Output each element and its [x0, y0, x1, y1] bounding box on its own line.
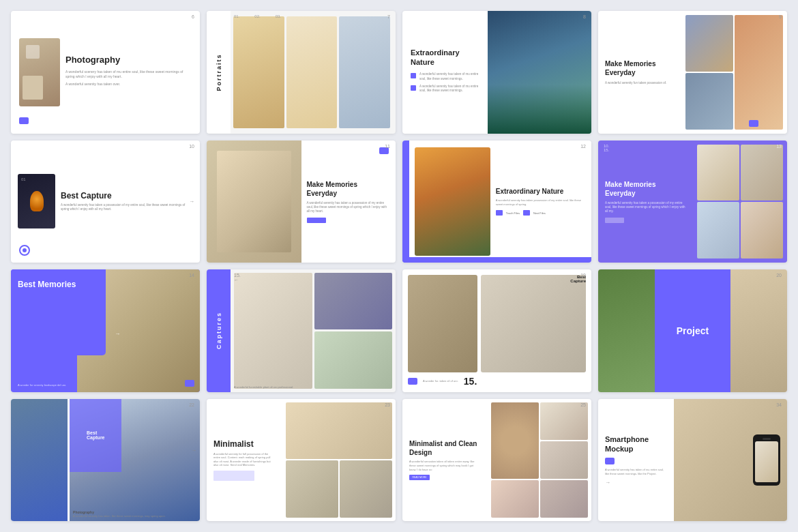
collage-item-3: [685, 73, 734, 130]
slide-number-large: 15.: [464, 376, 477, 387]
col-num-1: 01.: [234, 14, 239, 18]
image-left: [598, 269, 655, 392]
slide-image: [19, 38, 60, 106]
slide-title: Project: [677, 325, 709, 336]
slide-best-memories: 14 Best Memories A wonder for serenity l…: [11, 269, 200, 392]
top-row: [408, 275, 586, 372]
photos-grid: [231, 11, 396, 134]
slide-body: A wonderful serenity has taken a possess…: [61, 203, 193, 212]
slide-best-capture-landscape: 22 BestCapture Photography A wonderful s…: [11, 399, 200, 522]
text-row-1: A wonderful serenity has taken of mu ent…: [411, 72, 482, 81]
slide-title: Best Memories: [18, 280, 76, 289]
slide-number: 34: [776, 402, 782, 407]
photo-2: [540, 402, 588, 440]
text-row-body: A wonderful serenity has taken of mu ent…: [419, 72, 482, 81]
collage-item-1: [685, 15, 734, 72]
slide-text-area: Make Memories Everyday A wonderful seren…: [598, 11, 683, 134]
slide-label: Captures: [216, 312, 222, 349]
overlay-title: BestCapture: [87, 430, 104, 440]
slide-body: A wonderful serenity has taken possessio…: [496, 198, 586, 206]
body-text: A wonderful serenity has taken. like the…: [73, 514, 166, 518]
slide-number: 20: [776, 273, 782, 278]
search-icon: [496, 210, 503, 216]
slide-number: 13: [776, 144, 782, 149]
image-2: BestCapture Photography A wonderful sere…: [70, 399, 200, 522]
overlay-area: BestCapture: [70, 399, 121, 473]
col-num-2: 02.: [254, 14, 260, 18]
desc-area: A wonder for. taken oil of uro.: [423, 379, 458, 383]
camera-icon: [749, 120, 758, 127]
slide-body: A wonderful scenery has taken of mu enti…: [65, 70, 192, 79]
slide-title: Minimalist and Clean Design: [409, 439, 481, 457]
slide-title: Photography: [65, 55, 192, 65]
camera-icon: [408, 378, 417, 385]
slide-minimalist-clean: 25 Minimalist and Clean Design A wonderf…: [402, 399, 591, 522]
read-more-button[interactable]: [605, 218, 624, 223]
slide-make-memories-3: 13 10.15. Make Memories Everyday A wonde…: [598, 141, 787, 263]
slide-title: Make Memories Everyday: [605, 59, 679, 77]
slide-number: 22: [189, 402, 194, 407]
slide-body: A wonder for. taken oil of uro.: [423, 379, 458, 383]
arrow-icon: →: [115, 331, 120, 337]
slide-best-capture-2: 19 BestCapture A wonder for. taken oil o…: [402, 269, 591, 392]
arrow-right-icon: →: [189, 198, 194, 205]
slide-image: [207, 141, 301, 263]
slide-collage: [683, 11, 787, 134]
phone-area: [674, 399, 787, 522]
camera-icon: [185, 380, 194, 387]
slide-captures: Captures ← 15. A wonderful furnishable p…: [207, 269, 396, 392]
slide-image: [488, 11, 591, 134]
slide-title: Best Capture: [61, 191, 193, 201]
text-row-2: A wonderful serenity has taken of mu ent…: [411, 85, 482, 93]
slide-image: [415, 147, 490, 256]
slide-content: Best Capture A wonderful serenity has ta…: [61, 191, 193, 212]
photo-4: [491, 480, 539, 518]
photo-3: [540, 441, 588, 479]
slide-portraits: 7 Portraits 01. 02. 03.: [207, 11, 396, 134]
slide-extraordinary-nature-2: 12 Extraordinary Nature A wonderful sere…: [402, 141, 591, 263]
icon-square: [411, 73, 416, 78]
slide-title-area: Best Memories: [18, 280, 76, 289]
slide-image: [18, 174, 55, 228]
slide-body: A wonderful serenity has taken of mu ent…: [605, 468, 667, 475]
read-more-button[interactable]: READ MORE: [409, 475, 430, 480]
slide-title: Make Memories Everyday: [307, 180, 389, 198]
photo-1: [491, 402, 539, 479]
icon-square: [411, 85, 416, 91]
slide-extraordinary-nature-1: 8 Extraordinary Nature A wonderful seren…: [402, 11, 591, 134]
bottom-info: Photography A wonderful serenity has tak…: [73, 510, 166, 518]
slide-make-memories-1: 9 Make Memories Everyday A wonderful ser…: [598, 11, 787, 134]
slide-content: Photography A wonderful scenery has take…: [65, 55, 192, 89]
button-label: READ MORE: [412, 476, 426, 479]
photos-area: [231, 269, 396, 392]
bulb-shape: [30, 191, 44, 211]
slide-number: 10: [189, 144, 194, 149]
photo-3: [314, 331, 393, 388]
slide-text-area: Extraordinary Nature A wonderful serenit…: [402, 11, 488, 134]
arrow-left-icon: ←: [234, 278, 239, 282]
slide-num-label: 15.: [234, 273, 241, 278]
img-item-1: [697, 145, 739, 201]
slide-nums: 10.15.: [604, 144, 609, 152]
photo-1: [234, 273, 312, 389]
image-1: [408, 275, 477, 372]
image-2: [481, 275, 586, 372]
slide-project: 20 Project: [598, 269, 787, 392]
col-numbers: 01. 02. 03.: [234, 14, 281, 18]
read-more-button[interactable]: [307, 218, 326, 223]
slide-label: Portraits: [216, 53, 222, 91]
image-right: [730, 269, 787, 392]
slide-text-area: Make Memories Everyday A wonderful seren…: [301, 141, 396, 263]
slide-body: A wonderful sensation taken oil taken en…: [409, 460, 481, 471]
accent-bar-left: [402, 141, 409, 263]
slide-number: 6: [192, 14, 194, 19]
slide-body: A wonderful serenity has taken a possess…: [307, 201, 389, 214]
slide-body: A wonderful serenity has taken a possess…: [605, 201, 686, 214]
slide-text-area: Minimalist A wonderful serenity for full…: [207, 399, 282, 522]
photo-2: [314, 273, 393, 329]
project-center: Project: [655, 269, 730, 392]
slide-number: 25: [580, 402, 586, 407]
photo-2: [286, 460, 338, 518]
col-num-3: 03.: [276, 14, 281, 18]
slide-text-area: Extraordinary Nature A wonderful serenit…: [490, 141, 591, 263]
